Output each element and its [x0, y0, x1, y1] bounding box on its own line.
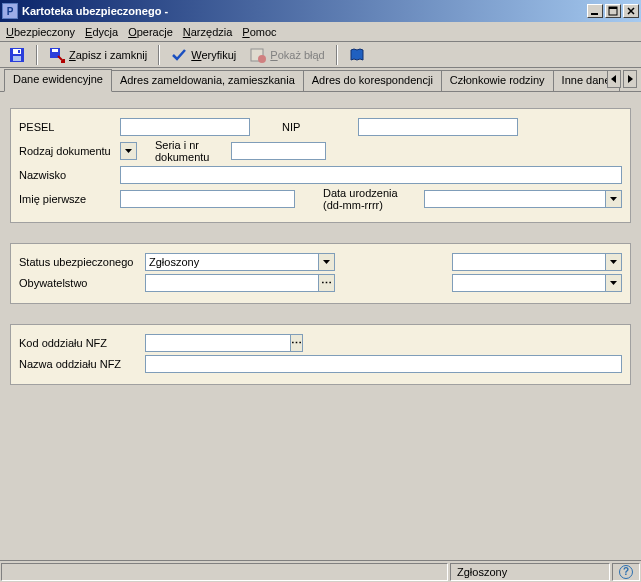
- svg-rect-6: [18, 50, 20, 53]
- toolbar: Zapisz i zamknij Weryfikuj Pokaż błąd: [0, 42, 641, 68]
- data-urodzenia-combo[interactable]: [424, 190, 622, 208]
- obyw-lookup[interactable]: ⋯: [145, 274, 335, 292]
- svg-point-10: [258, 55, 266, 63]
- tab-label: Inne dane: [562, 74, 611, 86]
- floppy-icon: [9, 47, 25, 63]
- svg-rect-5: [13, 56, 21, 61]
- statusbar-main: [1, 563, 448, 581]
- title-bar: P Kartoteka ubezpieczonego -: [0, 0, 641, 22]
- tab-content: Dane identyfikacyjne PESEL NIP Rodzaj do…: [0, 92, 641, 558]
- seria-input[interactable]: [231, 142, 326, 160]
- show-error-label: Pokaż błąd: [270, 49, 324, 61]
- kod-input[interactable]: [145, 334, 291, 352]
- imie-input[interactable]: [120, 190, 295, 208]
- svg-rect-8: [52, 49, 58, 52]
- obyw-input[interactable]: [145, 274, 319, 292]
- tab-bar: Dane ewidencyjne Adres zameldowania, zam…: [0, 68, 641, 92]
- tab-scroll-left[interactable]: [607, 70, 621, 88]
- error-list-icon: [250, 47, 266, 63]
- tab-label: Członkowie rodziny: [450, 74, 545, 86]
- svg-rect-0: [591, 13, 598, 15]
- status-input[interactable]: [145, 253, 318, 271]
- chevron-down-icon[interactable]: [605, 190, 622, 208]
- group-nfz: Kod oddziału NFZ ⋯ Nazwa oddziału NFZ: [10, 324, 631, 385]
- chevron-down-icon[interactable]: [120, 142, 137, 160]
- ellipsis-icon[interactable]: ⋯: [318, 274, 335, 292]
- status-combo-2[interactable]: [452, 253, 622, 271]
- status-label: Status ubezpieczonego: [19, 256, 139, 268]
- menu-pomoc[interactable]: Pomoc: [242, 26, 276, 38]
- tab-label: Dane ewidencyjne: [13, 73, 103, 85]
- save-button[interactable]: [4, 44, 30, 66]
- nip-input[interactable]: [358, 118, 518, 136]
- app-icon: P: [2, 3, 18, 19]
- menu-operacje[interactable]: Operacje: [128, 26, 173, 38]
- nip-label: NIP: [282, 121, 352, 133]
- book-icon: [349, 47, 365, 63]
- status-bar: Zgłoszony ?: [0, 560, 641, 582]
- chevron-down-icon[interactable]: [318, 253, 335, 271]
- imie-label: Imię pierwsze: [19, 193, 114, 205]
- tab-dane-ewidencyjne[interactable]: Dane ewidencyjne: [4, 69, 112, 92]
- menu-ubezpieczony[interactable]: Ubezpieczony: [6, 26, 75, 38]
- show-error-button[interactable]: Pokaż błąd: [245, 44, 329, 66]
- minimize-button[interactable]: [587, 4, 603, 18]
- tab-scroll-right[interactable]: [623, 70, 637, 88]
- pesel-label: PESEL: [19, 121, 114, 133]
- nazwisko-label: Nazwisko: [19, 169, 114, 181]
- tab-adres-korespondencji[interactable]: Adres do korespondencji: [303, 70, 442, 91]
- maximize-button[interactable]: [605, 4, 621, 18]
- help-button[interactable]: [344, 44, 370, 66]
- obyw-label: Obywatelstwo: [19, 277, 139, 289]
- close-button[interactable]: [623, 4, 639, 18]
- save-close-icon: [49, 47, 65, 63]
- svg-rect-2: [609, 7, 617, 9]
- check-icon: [171, 47, 187, 63]
- menu-edycja[interactable]: Edycja: [85, 26, 118, 38]
- save-close-button[interactable]: Zapisz i zamknij: [44, 44, 152, 66]
- data-label: Data urodzenia (dd-mm-rrrr): [323, 187, 418, 211]
- menu-bar: Ubezpieczony Edycja Operacje Narzędzia P…: [0, 22, 641, 42]
- menu-narzedzia[interactable]: Narzędzia: [183, 26, 233, 38]
- tab-adres-zameldowania[interactable]: Adres zameldowania, zamieszkania: [111, 70, 304, 91]
- help-icon: ?: [619, 565, 633, 579]
- status-input-2[interactable]: [452, 253, 605, 271]
- nazwisko-input[interactable]: [120, 166, 622, 184]
- obyw-combo-2[interactable]: [452, 274, 622, 292]
- separator: [158, 45, 160, 65]
- seria-label: Seria i nr dokumentu: [155, 139, 225, 163]
- status-combo[interactable]: [145, 253, 335, 271]
- separator: [36, 45, 38, 65]
- kod-label: Kod oddziału NFZ: [19, 337, 139, 349]
- tab-label: Adres do korespondencji: [312, 74, 433, 86]
- chevron-down-icon[interactable]: [605, 274, 622, 292]
- pesel-input[interactable]: [120, 118, 250, 136]
- kod-lookup[interactable]: ⋯: [145, 334, 295, 352]
- statusbar-help[interactable]: ?: [612, 563, 640, 581]
- rodzaj-combo[interactable]: [120, 142, 137, 160]
- obyw-input-2[interactable]: [452, 274, 605, 292]
- rodzaj-label: Rodzaj dokumentu: [19, 145, 114, 157]
- separator: [336, 45, 338, 65]
- group-atrybuty: Status ubezpieczonego Obywatelstwo ⋯: [10, 243, 631, 304]
- data-urodzenia-input[interactable]: [424, 190, 605, 208]
- verify-label: Weryfikuj: [191, 49, 236, 61]
- window-title: Kartoteka ubezpieczonego -: [22, 5, 587, 17]
- tab-czlonkowie-rodziny[interactable]: Członkowie rodziny: [441, 70, 554, 91]
- statusbar-status: Zgłoszony: [450, 563, 610, 581]
- nazwa-input[interactable]: [145, 355, 622, 373]
- group-dane-identyfikacyjne: PESEL NIP Rodzaj dokumentu Seria i nr do…: [10, 108, 631, 223]
- ellipsis-icon[interactable]: ⋯: [290, 334, 303, 352]
- verify-button[interactable]: Weryfikuj: [166, 44, 241, 66]
- save-close-label: Zapisz i zamknij: [69, 49, 147, 61]
- tab-label: Adres zameldowania, zamieszkania: [120, 74, 295, 86]
- chevron-down-icon[interactable]: [605, 253, 622, 271]
- nazwa-label: Nazwa oddziału NFZ: [19, 358, 139, 370]
